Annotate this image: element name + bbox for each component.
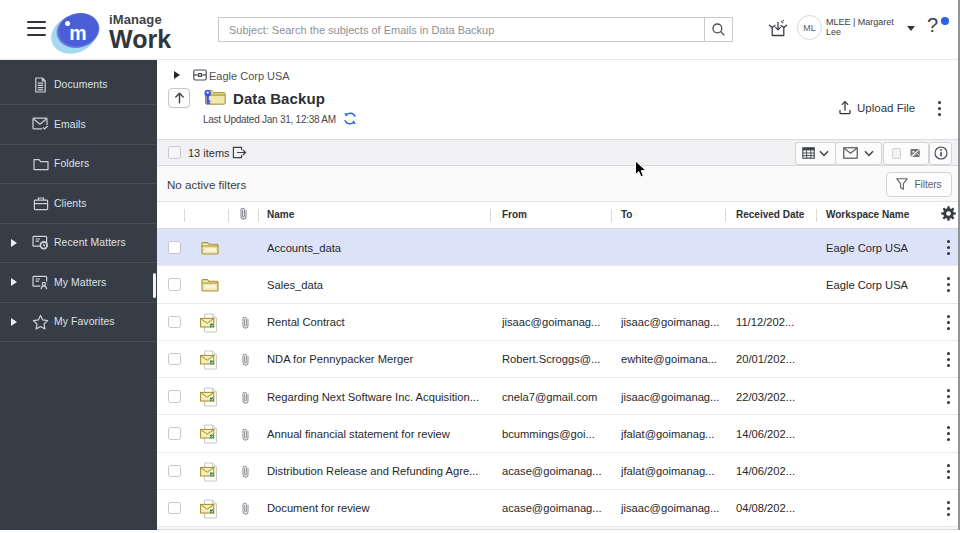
email-view-button[interactable]	[835, 142, 882, 165]
row-name[interactable]: Distribution Release and Refunding Agre.…	[267, 465, 488, 477]
table-row[interactable]: Regarding Next Software Inc. Acquisition…	[157, 378, 960, 415]
sidebar-item-label: Documents	[54, 79, 107, 90]
row-kebab-icon[interactable]	[945, 352, 951, 367]
row-checkbox[interactable]	[168, 316, 181, 329]
hamburger-menu-icon[interactable]	[27, 21, 46, 36]
sidebar-item-documents[interactable]: Documents	[0, 66, 157, 106]
view-mode-button[interactable]	[795, 142, 836, 165]
expand-caret-icon[interactable]	[11, 318, 17, 326]
column-header-to[interactable]: To	[621, 209, 632, 220]
row-name[interactable]: Regarding Next Software Inc. Acquisition…	[267, 391, 488, 403]
preview-toggle-group[interactable]	[883, 142, 929, 165]
row-from: cnela7@gmail.com	[502, 391, 614, 403]
sidebar-item-label: Folders	[54, 158, 89, 169]
search-input[interactable]	[218, 17, 705, 42]
email-document-icon	[200, 387, 219, 407]
sidebar-item-emails[interactable]: Emails	[0, 105, 157, 145]
column-divider	[184, 209, 185, 222]
select-all-checkbox[interactable]	[168, 146, 181, 159]
row-name[interactable]: Sales_data	[267, 279, 488, 291]
row-checkbox[interactable]	[168, 278, 181, 291]
mouse-cursor	[634, 160, 647, 179]
column-settings-gear-icon[interactable]	[941, 206, 956, 221]
row-checkbox[interactable]	[168, 353, 181, 366]
row-kebab-icon[interactable]	[945, 426, 951, 441]
row-checkbox[interactable]	[168, 465, 181, 478]
search-button[interactable]	[705, 17, 733, 42]
sidebar-item-recent-matters[interactable]: Recent Matters	[0, 224, 157, 264]
help-icon[interactable]: ?	[927, 14, 938, 37]
refresh-icon[interactable]	[343, 112, 357, 125]
row-name[interactable]: Annual financial statement for review	[267, 428, 488, 440]
expand-caret-icon[interactable]	[11, 278, 17, 286]
row-name[interactable]: NDA for Pennypacker Merger	[267, 353, 488, 365]
row-kebab-icon[interactable]	[945, 277, 951, 292]
row-kebab-icon[interactable]	[945, 240, 951, 255]
breadcrumb-caret-icon[interactable]	[174, 71, 180, 79]
row-from: acase@goimanag...	[502, 465, 614, 477]
row-kebab-icon[interactable]	[945, 464, 951, 479]
funnel-icon	[896, 178, 908, 191]
sidebar-item-label: Emails	[54, 119, 86, 130]
imanage-logo: m	[50, 10, 103, 54]
row-kebab-icon[interactable]	[945, 389, 951, 404]
mail-icon	[843, 147, 858, 159]
table-row[interactable]: NDA for Pennypacker Merger Robert.Scrogg…	[157, 341, 960, 378]
table-row[interactable]: Sales_data Eagle Corp USA	[157, 266, 960, 303]
row-name[interactable]: Document for review	[267, 502, 488, 514]
go-up-button[interactable]	[168, 88, 190, 108]
checkin-box-icon[interactable]	[768, 19, 788, 38]
more-actions-kebab-icon[interactable]	[934, 101, 944, 116]
table-row[interactable]: Accounts_data Eagle Corp USA	[157, 229, 960, 266]
table-row[interactable]: Annual financial statement for review bc…	[157, 415, 960, 452]
sidebar-item-my-favorites[interactable]: My Favorites	[0, 303, 157, 343]
secured-folder-icon	[202, 88, 226, 108]
row-checkbox[interactable]	[168, 390, 181, 403]
row-checkbox[interactable]	[168, 502, 181, 515]
column-header-received-date[interactable]: Received Date	[736, 209, 804, 220]
column-divider	[490, 209, 491, 222]
row-kebab-icon[interactable]	[945, 315, 951, 330]
user-menu-caret-icon[interactable]	[907, 26, 915, 31]
row-to: jisaac@goimanag...	[621, 502, 729, 514]
row-checkbox[interactable]	[168, 241, 181, 254]
column-divider	[725, 209, 726, 222]
table-row[interactable]: Distribution Release and Refunding Agre.…	[157, 453, 960, 490]
column-header-from[interactable]: From	[502, 209, 527, 220]
column-header-name[interactable]: Name	[267, 209, 294, 220]
preview-checkbox[interactable]	[892, 148, 901, 159]
upload-file-label: Upload File	[857, 102, 915, 114]
table-view-icon	[802, 147, 815, 159]
attachment-icon	[241, 353, 250, 367]
export-icon[interactable]	[232, 146, 247, 159]
filters-button[interactable]: Filters	[886, 172, 952, 197]
table-row[interactable]: Rental Contract jisaac@goimanag... jisaa…	[157, 304, 960, 341]
sidebar-item-folders[interactable]: Folders	[0, 145, 157, 185]
info-icon	[934, 146, 948, 160]
email-document-icon	[200, 499, 219, 519]
row-name[interactable]: Rental Contract	[267, 316, 488, 328]
breadcrumb[interactable]: Eagle Corp USA	[209, 70, 290, 82]
attachment-column-icon[interactable]	[239, 207, 248, 221]
sidebar-nav: Documents Emails Folders	[0, 60, 157, 530]
row-received-date: 04/08/202...	[736, 502, 821, 514]
sidebar-item-my-matters[interactable]: My Matters	[0, 263, 157, 303]
search-bar	[218, 17, 733, 42]
user-avatar[interactable]: ML	[797, 15, 822, 40]
row-kebab-icon[interactable]	[945, 501, 951, 516]
email-icon	[32, 116, 49, 133]
sidebar-scrollbar-thumb[interactable]	[153, 273, 156, 298]
folder-icon	[201, 241, 219, 255]
table-header: Name From To Received Date Workspace Nam…	[157, 202, 960, 229]
table-row[interactable]: Document for review acase@goimanag... ji…	[157, 490, 960, 527]
column-header-workspace-name[interactable]: Workspace Name	[826, 209, 909, 220]
row-checkbox[interactable]	[168, 427, 181, 440]
sidebar-item-clients[interactable]: Clients	[0, 184, 157, 224]
row-to: ewhite@goimana...	[621, 353, 729, 365]
expand-caret-icon[interactable]	[11, 239, 17, 247]
info-button[interactable]	[929, 142, 952, 165]
vertical-scrollbar[interactable]	[958, 0, 960, 530]
email-document-icon	[200, 424, 219, 444]
row-name[interactable]: Accounts_data	[267, 242, 488, 254]
upload-file-button[interactable]: Upload File	[838, 100, 915, 115]
